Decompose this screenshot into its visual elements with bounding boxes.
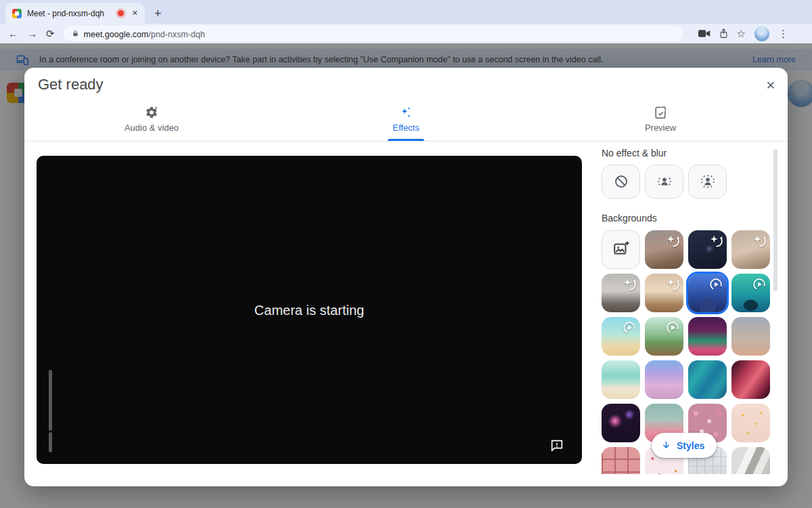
sparkle-overlay-icon: [752, 234, 767, 249]
play-overlay-icon: [752, 277, 767, 292]
settings-gear-icon: [145, 106, 158, 119]
background-treehouse-cartoon-thumbnail[interactable]: [645, 317, 683, 356]
background-living-room-warm-thumbnail[interactable]: [645, 230, 683, 269]
background-upload-background-button[interactable]: [602, 230, 640, 269]
background-interior-cream-thumbnail[interactable]: [731, 230, 770, 269]
background-pink-quilt-thumbnail[interactable]: [602, 447, 640, 474]
camera-scrollbar-segment[interactable]: [49, 370, 52, 431]
browser-tab[interactable]: Meet - pnd-nxsm-dqh ✕: [5, 3, 145, 24]
camera-status-text: Camera is starting: [37, 303, 582, 318]
background-spaceship-blue-thumbnail[interactable]: [688, 274, 727, 312]
background-marble-geometric-thumbnail[interactable]: [731, 447, 770, 474]
sparkle-overlay-icon: [665, 277, 680, 292]
play-overlay-icon: [665, 320, 680, 335]
background-sunset-gradient-thumbnail[interactable]: [731, 317, 770, 356]
forward-icon[interactable]: →: [27, 28, 37, 39]
url-path: /pnd-nxsm-dqh: [148, 30, 204, 39]
meet-favicon-icon: [12, 9, 22, 18]
lock-icon: [72, 29, 79, 38]
sparkle-overlay-icon: [622, 277, 637, 292]
tabs-divider: [24, 141, 788, 142]
url-bar[interactable]: meet.google.com/pnd-nxsm-dqh: [64, 26, 683, 41]
camera-in-use-indicator-icon: [118, 10, 124, 16]
block-icon: [613, 173, 629, 190]
panel-scrollbar[interactable]: [773, 149, 777, 291]
styles-button-label: Styles: [677, 440, 704, 451]
tab-label: Audio & video: [125, 123, 179, 133]
browser-toolbar: ← → ⟳ meet.google.com/pnd-nxsm-dqh ☆ ⋮: [0, 24, 812, 43]
background-beach-photo-thumbnail[interactable]: [602, 360, 640, 399]
background-living-room-night-thumbnail[interactable]: [688, 230, 727, 269]
browser-tab-strip: Meet - pnd-nxsm-dqh ✕ +: [0, 0, 812, 24]
full-blur-button[interactable]: [688, 165, 727, 198]
reload-icon[interactable]: ⟳: [46, 28, 55, 40]
url-host: meet.google.com: [84, 30, 149, 39]
preview-icon: [654, 106, 667, 119]
download-arrow-icon: [661, 440, 671, 450]
browser-profile-avatar[interactable]: [754, 26, 769, 41]
background-red-nebula-thumbnail[interactable]: [731, 360, 770, 399]
background-peach-sparkles-thumbnail[interactable]: [731, 404, 770, 442]
add-image-icon: [612, 240, 630, 260]
feedback-icon[interactable]: [549, 438, 564, 453]
full-blur-icon: [699, 173, 717, 190]
background-desk-warm-thumbnail[interactable]: [645, 274, 683, 312]
dialog-tabs: Audio & video Effects Preview: [24, 98, 788, 141]
styles-button[interactable]: Styles: [652, 433, 717, 458]
blur-options-row: [602, 165, 727, 198]
tab-preview[interactable]: Preview: [533, 98, 788, 141]
no-effect-button[interactable]: [602, 165, 640, 198]
sparkle-overlay-icon: [708, 234, 723, 249]
tab-label: Preview: [645, 123, 676, 133]
tab-audio-video[interactable]: Audio & video: [24, 98, 279, 141]
browser-menu-icon[interactable]: ⋮: [778, 28, 788, 40]
camera-active-icon[interactable]: [698, 29, 710, 38]
new-tab-button[interactable]: +: [154, 7, 162, 20]
close-icon[interactable]: ✕: [766, 79, 775, 93]
back-icon[interactable]: ←: [8, 28, 18, 39]
no-effect-blur-label: No effect & blur: [602, 148, 667, 158]
tab-label: Effects: [392, 123, 420, 133]
background-water-caustics-thumbnail[interactable]: [688, 360, 727, 399]
background-fireworks-thumbnail[interactable]: [602, 404, 640, 442]
background-stage-theater-thumbnail[interactable]: [688, 317, 727, 356]
camera-scrollbar-segment[interactable]: [49, 432, 52, 452]
tab-title: Meet - pnd-nxsm-dqh: [27, 9, 112, 18]
play-overlay-icon: [708, 277, 723, 292]
background-beach-cartoon-thumbnail[interactable]: [602, 317, 640, 356]
tab-close-icon[interactable]: ✕: [132, 9, 138, 18]
background-pink-clouds-thumbnail[interactable]: [645, 360, 683, 399]
background-underwater-teal-thumbnail[interactable]: [731, 274, 770, 312]
slight-blur-icon: [656, 173, 673, 190]
sparkles-icon: [399, 106, 413, 119]
camera-preview: Camera is starting: [37, 156, 582, 464]
dialog-title: Get ready: [38, 76, 104, 93]
background-desk-gray-thumbnail[interactable]: [602, 274, 640, 312]
bookmark-star-icon[interactable]: ☆: [737, 28, 746, 40]
sparkle-overlay-icon: [665, 234, 680, 249]
slight-blur-button[interactable]: [645, 165, 683, 198]
tab-effects[interactable]: Effects: [279, 98, 533, 141]
backgrounds-label: Backgrounds: [602, 213, 657, 224]
share-icon[interactable]: [719, 28, 728, 39]
get-ready-dialog: Get ready ✕ Audio & video Effects Previe…: [24, 68, 788, 486]
play-overlay-icon: [622, 320, 637, 335]
